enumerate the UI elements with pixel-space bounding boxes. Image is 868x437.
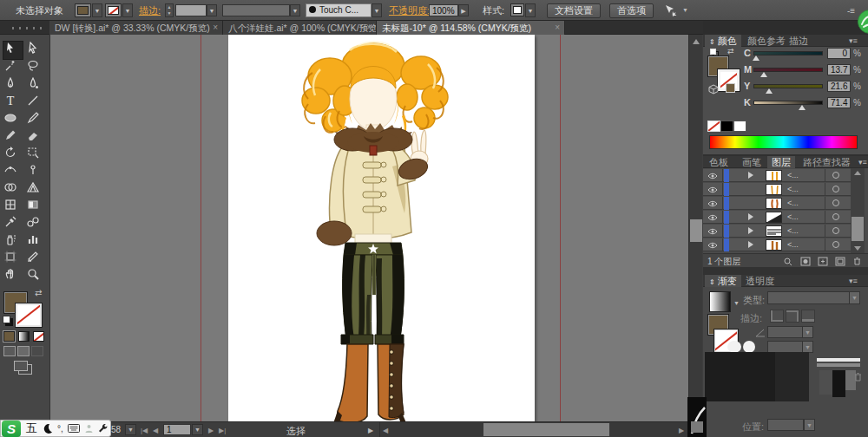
color-panel-tab[interactable]: ⇕ 颜色 (705, 35, 741, 47)
ime-logo[interactable]: S (2, 421, 21, 437)
horizontal-scrollbar[interactable]: ◀ ▶ (379, 422, 688, 437)
gradient-dock-tab[interactable]: 透明度 (741, 275, 779, 287)
vertical-scroll-thumb[interactable] (690, 219, 702, 242)
notification-badge[interactable] (858, 10, 868, 34)
gradient-position-dropdown-icon[interactable]: ▼ (804, 419, 815, 431)
draw-inside-icon[interactable] (31, 346, 43, 356)
ime-mode[interactable]: 五 (26, 421, 37, 436)
zoom-tool[interactable] (26, 267, 45, 284)
artboard-tool[interactable] (3, 250, 23, 267)
layer-expand-icon[interactable] (748, 213, 753, 220)
cmyk-slider-thumb[interactable] (753, 55, 760, 61)
layers-dock-tab[interactable]: 路径查找器 (799, 156, 855, 168)
layer-target-icon[interactable] (832, 199, 839, 206)
free-transform-tool[interactable] (26, 146, 45, 163)
vertical-scrollbar[interactable] (688, 35, 702, 421)
draw-normal-icon[interactable] (3, 346, 16, 356)
layer-row[interactable]: <... (703, 225, 851, 238)
new-sublayer-icon[interactable] (818, 257, 828, 266)
layers-panel-menu-icon[interactable]: ▾≡ (858, 158, 867, 166)
last-artboard-icon[interactable]: ▶| (219, 427, 226, 434)
tab-close-icon[interactable]: × (366, 21, 372, 35)
cmyk-value-field[interactable]: 13.7 (827, 64, 851, 75)
layer-thumbnail[interactable] (766, 170, 782, 181)
gradient-stop-1[interactable] (727, 341, 741, 353)
layer-target-icon[interactable] (832, 227, 839, 234)
clipping-mask-icon[interactable] (800, 257, 811, 266)
layer-row[interactable]: <... (703, 211, 851, 224)
gradient-stroke-btn-2[interactable] (786, 310, 799, 323)
ellipse-tool[interactable] (3, 111, 23, 128)
blend-tool[interactable] (26, 215, 45, 232)
fill-color-swatch[interactable] (75, 3, 91, 17)
canvas-area[interactable] (50, 35, 688, 421)
new-layer-icon[interactable] (835, 257, 845, 266)
stroke-color-swatch[interactable] (105, 3, 122, 17)
lasso-tool[interactable] (26, 59, 45, 76)
mesh-tool[interactable] (3, 198, 23, 215)
out-of-web-icon[interactable] (726, 83, 735, 93)
eyedropper-tool[interactable] (3, 215, 23, 232)
document-tab[interactable]: 八个洋娃娃.ai* @ 100% (CMYK/预览)× (223, 21, 377, 35)
layer-row[interactable]: <... (703, 238, 851, 251)
eye-icon[interactable] (707, 241, 718, 250)
align-pointer-icon[interactable] (663, 4, 677, 16)
cmyk-slider-thumb[interactable] (799, 105, 806, 110)
layer-visibility-cell[interactable] (707, 227, 718, 236)
document-tab[interactable]: DW [转换].ai* @ 33.33% (CMYK/预览)× (49, 21, 223, 35)
color-panel-tab[interactable]: 颜色参考 (743, 35, 790, 47)
scroll-left-icon[interactable]: ◀ (383, 427, 388, 434)
cmyk-slider-track[interactable] (753, 101, 823, 105)
first-artboard-icon[interactable]: |◀ (141, 427, 148, 434)
layers-dock-tab[interactable]: 图层 (767, 156, 795, 168)
layer-visibility-cell[interactable] (707, 186, 718, 194)
preferences-button[interactable]: 首选项 (609, 3, 654, 18)
default-fill-stroke-icon[interactable] (3, 316, 10, 323)
hand-tool[interactable] (3, 267, 23, 284)
color-mode-button[interactable] (3, 331, 15, 342)
slice-tool[interactable] (26, 250, 45, 267)
ime-moon-icon[interactable] (43, 423, 53, 434)
layer-visibility-cell[interactable] (707, 213, 718, 222)
selection-tool[interactable] (3, 42, 23, 59)
next-artboard-icon[interactable]: ▶ (208, 427, 214, 434)
layer-visibility-cell[interactable] (707, 199, 718, 208)
swap-colors-icon[interactable]: ⇄ (727, 47, 734, 55)
layer-name[interactable]: <... (787, 226, 799, 235)
ime-wrench-icon[interactable] (98, 423, 108, 434)
fill-stroke-mini-icon[interactable] (710, 49, 716, 55)
draw-behind-icon[interactable] (17, 346, 30, 356)
gradient-thumb-dropdown-icon[interactable]: ▼ (733, 300, 740, 306)
gradient-type-dropdown[interactable] (767, 291, 860, 304)
shape-builder-tool[interactable] (3, 180, 23, 198)
style-dropdown-icon[interactable]: ▼ (525, 3, 536, 17)
cmyk-value-field[interactable]: 71.4 (827, 97, 851, 108)
pointer-dropdown-icon[interactable]: ▼ (682, 7, 688, 13)
eraser-tool[interactable] (26, 128, 45, 146)
column-graph-tool[interactable] (26, 232, 45, 250)
gradient-panel-menu-icon[interactable]: ▾≡ (849, 277, 858, 285)
control-panel-menu-icon[interactable]: -≡ (847, 6, 855, 16)
status-expand-icon[interactable]: ▶ (368, 427, 373, 434)
layer-thumbnail[interactable] (766, 184, 782, 195)
eye-icon[interactable] (707, 199, 718, 208)
pen-tool[interactable] (3, 76, 23, 94)
layer-name[interactable]: <... (787, 199, 799, 207)
cmyk-value-field[interactable]: 21.6 (827, 81, 851, 92)
gradient-tool[interactable] (26, 198, 45, 215)
layers-dock-tab[interactable]: 色板 (705, 156, 733, 168)
color-panel-tab[interactable]: 描边 (785, 35, 812, 47)
stroke-stepper[interactable]: ▲▼ (165, 3, 174, 17)
delete-layer-icon[interactable] (852, 257, 862, 266)
rotate-tool[interactable] (3, 146, 23, 163)
layer-expand-icon[interactable] (748, 172, 753, 179)
layers-scroll-down-icon[interactable] (854, 246, 861, 251)
layer-thumbnail[interactable] (766, 198, 782, 209)
symbol-sprayer-tool[interactable] (3, 232, 23, 250)
opacity-field[interactable]: 100% (429, 4, 458, 16)
none-swatch[interactable] (707, 121, 720, 132)
stroke-color-dropdown-icon[interactable]: ▼ (122, 3, 133, 17)
stroke-weight-field[interactable] (175, 4, 207, 16)
stroke-weight-dropdown-icon[interactable]: ▼ (207, 4, 217, 16)
curvature-tool[interactable] (26, 76, 45, 94)
